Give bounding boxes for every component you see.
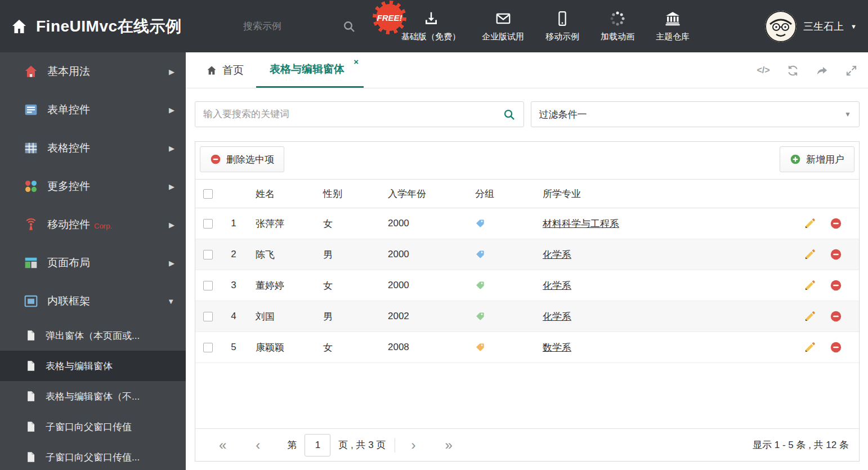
nav-item-enterprise-trial[interactable]: 企业版试用 [471, 0, 535, 52]
cell-year: 2000 [379, 239, 467, 270]
row-checkbox[interactable] [203, 219, 213, 229]
keyword-search-input[interactable] [203, 109, 503, 120]
user-name: 三生石上 [803, 20, 844, 33]
sidebar-subitem-grid-edit-window[interactable]: 表格与编辑窗体 [0, 351, 186, 381]
row-checkbox[interactable] [203, 343, 213, 352]
delete-icon[interactable] [830, 217, 842, 230]
sidebar-item-page-layout[interactable]: 页面布局 ▶ [0, 244, 186, 282]
add-user-label: 新增用户 [806, 153, 844, 166]
filter-dropdown[interactable]: 过滤条件一 ▼ [531, 101, 860, 127]
nav-label: 主题仓库 [656, 32, 690, 42]
house-icon [24, 64, 38, 79]
form-icon [24, 102, 38, 117]
table-row: 1 张萍萍 女 2000 材料科学与工程系 [195, 208, 859, 239]
delete-icon[interactable] [830, 341, 842, 353]
sidebar-item-label: 表格控件 [47, 141, 90, 155]
file-icon [26, 390, 37, 402]
sidebar-item-grid-controls[interactable]: 表格控件 ▶ [0, 129, 186, 167]
keyword-search-box [195, 101, 524, 127]
major-link[interactable]: 材料科学与工程系 [543, 217, 619, 230]
sidebar-subitem-popup-window[interactable]: 弹出窗体（本页面或... [0, 320, 186, 351]
major-link[interactable]: 化学系 [543, 310, 571, 323]
close-icon[interactable]: × [354, 57, 359, 66]
nav-item-theme-repo[interactable]: 主题仓库 [645, 0, 700, 52]
plus-circle-icon [790, 154, 801, 165]
filter-dropdown-value: 过滤条件一 [539, 108, 587, 121]
first-page-button[interactable]: « [219, 438, 226, 452]
search-icon[interactable] [342, 20, 356, 33]
edit-icon[interactable] [804, 310, 816, 323]
main-content: 首页 表格与编辑窗体 × </> 过滤条件一 ▼ [186, 52, 868, 470]
delete-icon[interactable] [830, 248, 842, 261]
column-header-major[interactable]: 所学专业 [534, 180, 786, 208]
cell-name: 刘国 [247, 301, 315, 332]
refresh-icon[interactable] [785, 62, 800, 78]
prev-page-button[interactable]: ‹ [256, 438, 260, 452]
tab-grid-edit-window[interactable]: 表格与编辑窗体 × [256, 52, 364, 88]
table-header: 姓名 性别 入学年份 分组 所学专业 [195, 179, 859, 208]
file-icon [26, 360, 37, 372]
source-code-icon[interactable]: </> [755, 62, 771, 78]
search-icon[interactable] [503, 108, 516, 121]
delete-icon[interactable] [830, 279, 842, 292]
last-page-button[interactable]: » [445, 438, 452, 452]
page-number-input[interactable] [305, 434, 330, 456]
sidebar-item-label: 基本用法 [47, 64, 90, 79]
grid-toolbar: 删除选中项 新增用户 [195, 142, 859, 179]
sidebar-item-iframe[interactable]: 内联框架 ▼ [0, 282, 186, 320]
sidebar-item-more-controls[interactable]: 更多控件 ▶ [0, 167, 186, 205]
app-home-icon [10, 17, 28, 35]
minus-circle-icon [210, 154, 221, 165]
edit-icon[interactable] [804, 341, 816, 353]
edit-icon[interactable] [804, 217, 816, 230]
signal-icon [24, 217, 38, 232]
nav-item-loading-animation[interactable]: 加载动画 [590, 0, 645, 52]
expand-icon[interactable] [843, 62, 859, 78]
sidebar-item-form-controls[interactable]: 表单控件 ▶ [0, 91, 186, 129]
major-link[interactable]: 化学系 [543, 279, 571, 292]
delete-icon[interactable] [830, 310, 842, 323]
corp-badge: Corp. [94, 222, 112, 230]
column-header-name[interactable]: 姓名 [247, 180, 315, 208]
row-checkbox[interactable] [203, 250, 213, 259]
page-suffix: 页 , 共 3 页 [338, 438, 386, 451]
grid-panel: 删除选中项 新增用户 姓名 性别 入学年份 分组 所学专业 1 张萍萍 女 20 [195, 141, 860, 462]
add-user-button[interactable]: 新增用户 [780, 146, 854, 172]
edit-icon[interactable] [804, 279, 816, 292]
user-menu[interactable]: 三生石上 ▼ [765, 0, 857, 52]
cell-gender: 女 [315, 332, 379, 362]
column-header-group[interactable]: 分组 [467, 180, 534, 208]
select-all-checkbox[interactable] [203, 189, 213, 199]
column-header-year[interactable]: 入学年份 [379, 180, 467, 208]
nav-item-basic-free[interactable]: FREE! 基础版（免费） [391, 0, 471, 52]
bank-icon [664, 10, 681, 27]
delete-selected-label: 删除选中项 [226, 153, 274, 166]
header-search-input[interactable] [243, 21, 328, 32]
row-checkbox[interactable] [203, 312, 213, 321]
column-header-gender[interactable]: 性别 [315, 180, 379, 208]
share-icon[interactable] [814, 62, 830, 78]
app-logo[interactable]: FineUIMvc在线示例 [10, 0, 182, 52]
sidebar-subitem-grid-edit-window-2[interactable]: 表格与编辑窗体（不... [0, 381, 186, 411]
header-nav: FREE! 基础版（免费） 企业版试用 移动示例 加载动画 主题仓库 [391, 0, 700, 52]
column-header-index [220, 180, 247, 208]
cell-gender: 男 [315, 301, 379, 332]
sidebar-item-mobile-controls[interactable]: 移动控件 Corp. ▶ [0, 205, 186, 244]
major-link[interactable]: 化学系 [543, 248, 571, 261]
tab-home[interactable]: 首页 [194, 52, 256, 88]
spinner-icon [609, 10, 626, 27]
sidebar-subitem-child-to-parent-2[interactable]: 子窗口向父窗口传值... [0, 442, 186, 470]
row-number: 3 [220, 270, 247, 301]
row-checkbox[interactable] [203, 281, 213, 290]
pagination-bar: « ‹ 第 页 , 共 3 页 › » 显示 1 - 5 条 , 共 12 条 [195, 428, 859, 461]
delete-selected-button[interactable]: 删除选中项 [200, 146, 284, 172]
page-prefix: 第 [287, 438, 297, 451]
sidebar-item-basic-usage[interactable]: 基本用法 ▶ [0, 52, 186, 91]
major-link[interactable]: 数学系 [543, 341, 571, 354]
nav-item-mobile-demo[interactable]: 移动示例 [535, 0, 590, 52]
file-icon [26, 451, 37, 463]
next-page-button[interactable]: › [411, 438, 415, 452]
cell-gender: 女 [315, 270, 379, 301]
edit-icon[interactable] [804, 248, 816, 261]
sidebar-subitem-child-to-parent[interactable]: 子窗口向父窗口传值 [0, 411, 186, 442]
